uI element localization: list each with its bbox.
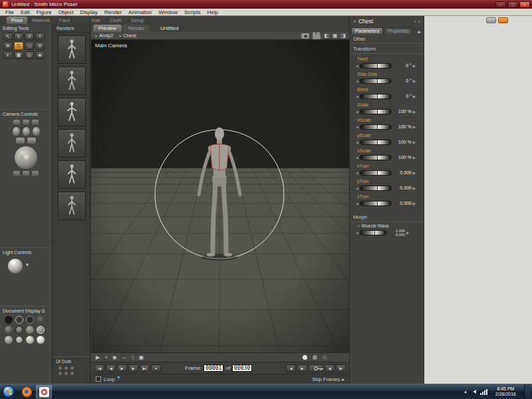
- timeline-position-marker[interactable]: ▼: [116, 375, 121, 380]
- tab-render[interactable]: Render: [123, 25, 150, 32]
- tab-setup[interactable]: Setup: [126, 17, 149, 24]
- next-frame-button[interactable]: ▶: [128, 364, 138, 372]
- camera-move-icon[interactable]: [23, 171, 29, 176]
- camera-scale-icon[interactable]: [32, 171, 39, 176]
- menu-object[interactable]: Object: [55, 9, 76, 15]
- dial-decrease-icon[interactable]: ◀: [356, 110, 358, 114]
- render-thumbnail[interactable]: [58, 98, 86, 126]
- render-thumbnail[interactable]: [58, 192, 86, 220]
- dial-decrease-icon[interactable]: ◀: [356, 64, 358, 68]
- view-magnifier-tool-icon[interactable]: ◎: [25, 51, 34, 59]
- menu-render[interactable]: Render: [101, 9, 125, 15]
- dial-value-scale[interactable]: 100 %: [393, 109, 412, 114]
- dial-value-ytran[interactable]: 0.000: [393, 186, 412, 190]
- dial-decrease-icon[interactable]: ◀: [356, 140, 358, 144]
- tab-parameters[interactable]: Parameters: [351, 27, 383, 34]
- minimize-button[interactable]: –: [495, 1, 506, 8]
- dial-scale[interactable]: [360, 109, 392, 114]
- menu-help[interactable]: Help: [203, 9, 221, 15]
- render-thumbnail[interactable]: [58, 160, 86, 189]
- key-camera-icon[interactable]: [32, 120, 39, 125]
- skip-frames-control[interactable]: Skip Frames ▸: [312, 376, 344, 382]
- dial-decrease-icon[interactable]: ◀: [356, 231, 358, 235]
- play-button[interactable]: ▶: [117, 364, 127, 372]
- dial-menu-icon[interactable]: ▶: [413, 170, 416, 175]
- dial-value-bend[interactable]: 0 °: [393, 94, 412, 98]
- fit-view-icon[interactable]: ▣: [139, 354, 144, 362]
- camera-name-label[interactable]: Main Camera: [95, 43, 127, 49]
- tab-material[interactable]: Material: [27, 17, 55, 24]
- menu-figure[interactable]: Figure: [33, 9, 55, 15]
- left-hand-camera-icon[interactable]: [16, 138, 25, 144]
- ui-dot[interactable]: [70, 372, 74, 375]
- orbit-camera-icon[interactable]: ◉: [112, 354, 117, 362]
- translate-doc-icon[interactable]: +: [104, 354, 108, 362]
- tab-cloth[interactable]: Cloth: [105, 17, 126, 24]
- dial-zscale[interactable]: [360, 155, 392, 160]
- tab-pose[interactable]: Pose: [7, 17, 27, 24]
- tab-hair[interactable]: Hair: [86, 17, 105, 24]
- network-icon[interactable]: [480, 389, 487, 395]
- dial-menu-icon[interactable]: ▶: [413, 94, 416, 98]
- menu-scripts[interactable]: Scripts: [181, 9, 203, 15]
- prev-frame-button[interactable]: ◀: [106, 364, 116, 372]
- part-menu[interactable]: ▼ Chest: [118, 33, 136, 39]
- section-morph[interactable]: Morph: [350, 212, 424, 222]
- taper-tool-icon[interactable]: ◁: [25, 42, 34, 50]
- hidden-icons-button[interactable]: ▴: [464, 389, 467, 394]
- dial-yscale[interactable]: [360, 140, 392, 145]
- part-dropdown-icon[interactable]: ▼: [353, 19, 356, 23]
- ui-dot[interactable]: [65, 372, 68, 375]
- grid-view-icon[interactable]: ▣: [332, 33, 338, 39]
- dial-menu-icon[interactable]: ▶: [413, 63, 416, 68]
- menu-edit[interactable]: Edit: [17, 9, 33, 15]
- light-sphere[interactable]: [8, 259, 23, 273]
- show-desktop-button[interactable]: [524, 384, 531, 399]
- menu-file[interactable]: File: [2, 9, 17, 15]
- edit-keyframes-button[interactable]: [309, 364, 323, 372]
- flat-lined-style-icon[interactable]: [26, 326, 34, 334]
- dial-value-xscale[interactable]: 100 %: [393, 124, 412, 129]
- dial-decrease-icon[interactable]: ◀: [356, 156, 358, 160]
- dial-decrease-icon[interactable]: ◀: [356, 201, 358, 205]
- selected-part-title[interactable]: Chest: [358, 18, 373, 25]
- morph-dial-value[interactable]: 0.000: [396, 233, 405, 237]
- twist-tool-icon[interactable]: ↺: [25, 33, 34, 41]
- dial-menu-icon[interactable]: ▶: [413, 109, 416, 114]
- taskbar-firefox-button[interactable]: [19, 385, 35, 398]
- viewport-3d[interactable]: Main Camera: [91, 40, 349, 352]
- dial-menu-icon[interactable]: ▶: [413, 155, 416, 160]
- light-icon[interactable]: *: [26, 263, 29, 270]
- camera-roll-icon[interactable]: [13, 171, 20, 176]
- dial-value-zscale[interactable]: 100 %: [393, 155, 412, 160]
- dial-menu-icon[interactable]: ▶: [413, 78, 416, 83]
- render-thumbnail[interactable]: [58, 66, 86, 95]
- dial-value-xtran[interactable]: 0.000: [393, 170, 412, 175]
- select-camera-icon[interactable]: [23, 120, 29, 125]
- step-forward-button[interactable]: ▶: [336, 364, 346, 372]
- scale-tool-icon[interactable]: ⊡: [14, 42, 23, 50]
- dial-muscle-mass[interactable]: [360, 230, 386, 235]
- taskbar-poser-button[interactable]: [36, 385, 52, 398]
- camera-trackball[interactable]: [15, 146, 37, 169]
- dial-decrease-icon[interactable]: ◀: [356, 186, 358, 190]
- ui-dots-toggle-button[interactable]: [486, 17, 496, 23]
- dial-twist[interactable]: [360, 63, 392, 68]
- dial-value-yscale[interactable]: 100 %: [393, 140, 412, 144]
- movie-camera-icon[interactable]: [313, 35, 321, 39]
- menu-window[interactable]: Window: [156, 9, 181, 15]
- left-camera-icon[interactable]: [13, 127, 20, 136]
- chain-break-tool-icon[interactable]: ⊘: [35, 42, 45, 50]
- flat-shaded-style-icon[interactable]: [15, 326, 23, 334]
- section-transform[interactable]: Transform: [350, 44, 424, 54]
- dial-menu-icon[interactable]: ▶: [413, 140, 416, 144]
- face-camera-icon[interactable]: [23, 127, 30, 136]
- dial-ztran[interactable]: [360, 201, 392, 206]
- camera-icon[interactable]: [301, 33, 309, 39]
- morphing-tool-icon[interactable]: ◈: [35, 51, 45, 59]
- dial-value-side-side[interactable]: 0 °: [393, 78, 412, 83]
- page-dot-2[interactable]: [313, 355, 317, 360]
- renders-title[interactable]: Renders: [53, 24, 90, 33]
- ui-dot[interactable]: [59, 372, 62, 375]
- dial-decrease-icon[interactable]: ◀: [356, 79, 358, 83]
